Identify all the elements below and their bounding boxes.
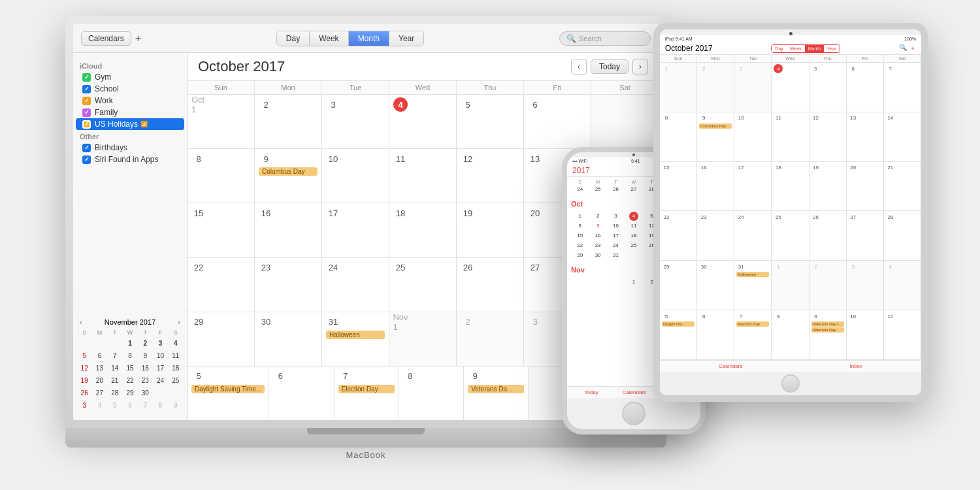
mini-day[interactable]: 14 <box>109 362 121 374</box>
mini-day[interactable]: 12 <box>78 362 90 374</box>
tablet-cell[interactable]: 4 <box>884 261 921 310</box>
year-view-button[interactable]: Year <box>389 31 423 46</box>
phone-year[interactable]: 2017 <box>572 166 590 175</box>
mini-day[interactable]: 6 <box>93 350 105 361</box>
calendar-cell[interactable]: 19 <box>457 203 524 257</box>
tablet-cell[interactable]: 29 <box>660 261 697 310</box>
tablet-calendars-button[interactable]: Calendars <box>719 363 742 369</box>
day-view-button[interactable]: Day <box>277 31 310 46</box>
tablet-cell[interactable]: 15 <box>660 162 697 211</box>
tablet-cell[interactable]: 3 <box>734 63 772 112</box>
calendar-cell[interactable]: 5 Daylight Saving Time... <box>188 367 269 420</box>
mini-cal-prev[interactable]: ‹ <box>80 318 82 326</box>
calendar-cell[interactable]: 26 <box>457 258 524 312</box>
phone-today-button[interactable]: Today <box>584 389 598 395</box>
calendar-cell[interactable]: 9 Veterans Da... <box>464 367 529 420</box>
tablet-cell[interactable]: 9 Veterans Day L... Veterans Day <box>809 310 847 359</box>
tablet-cell[interactable]: 24 <box>734 211 772 260</box>
mini-day[interactable]: 2 <box>139 337 151 349</box>
tablet-cell[interactable]: 6 <box>847 63 884 112</box>
tablet-cell[interactable]: 13 <box>847 112 884 161</box>
calendar-cell[interactable]: 6 <box>524 95 591 148</box>
tablet-event-election[interactable]: Election Day <box>736 321 769 327</box>
phone-day[interactable]: 24 <box>576 185 585 194</box>
calendar-cell[interactable]: 9 Columbus Day <box>255 149 322 203</box>
phone-day[interactable]: 30 <box>593 251 602 260</box>
tablet-day-button[interactable]: Day <box>772 45 786 52</box>
family-checkbox[interactable]: ✓ <box>82 108 91 117</box>
mini-day[interactable]: 19 <box>78 374 90 386</box>
tablet-month-button[interactable]: Month <box>805 45 824 52</box>
calendar-next-button[interactable]: › <box>632 59 648 74</box>
mini-day[interactable] <box>93 337 105 349</box>
phone-day[interactable]: 1 <box>629 278 638 287</box>
mini-day[interactable]: 4 <box>93 399 105 411</box>
event-daylight-saving[interactable]: Daylight Saving Time... <box>191 385 265 393</box>
mini-day[interactable]: 18 <box>170 362 182 374</box>
calendar-cell[interactable]: 7 Election Day <box>335 367 399 420</box>
calendar-cell[interactable]: 2 <box>255 95 322 148</box>
phone-day[interactable]: 17 <box>612 231 621 240</box>
tablet-cell[interactable]: 10 <box>847 310 884 359</box>
tablet-cell[interactable]: 23 <box>697 211 734 260</box>
mini-day[interactable]: 29 <box>124 387 136 399</box>
event-veterans-day[interactable]: Veterans Da... <box>468 385 524 393</box>
sidebar-item-us-holidays[interactable]: ✓ US Holidays 📶 <box>76 118 184 130</box>
mini-day[interactable]: 17 <box>155 362 167 374</box>
calendar-cell[interactable]: 3 <box>322 95 389 148</box>
tablet-cell[interactable]: 19 <box>809 162 847 211</box>
calendars-button[interactable]: Calendars <box>81 31 131 46</box>
sidebar-item-school[interactable]: ✓ School <box>76 83 184 95</box>
mini-day[interactable] <box>170 387 182 399</box>
phone-day[interactable]: 2 <box>593 212 602 221</box>
tablet-cell[interactable]: 20 <box>847 162 884 211</box>
calendar-cell[interactable]: 22 <box>188 258 255 312</box>
phone-day[interactable] <box>629 251 638 260</box>
event-halloween[interactable]: Halloween <box>326 331 385 339</box>
tablet-inbox-button[interactable]: Inbox <box>849 363 862 369</box>
calendar-cell[interactable]: 12 <box>457 149 524 203</box>
tablet-cell[interactable]: 7 Election Day <box>734 310 772 359</box>
phone-day[interactable]: 25 <box>593 185 602 194</box>
tablet-cell[interactable]: 3 <box>847 261 884 310</box>
mini-day[interactable]: 9 <box>139 350 151 361</box>
calendar-cell[interactable]: 30 <box>255 312 322 366</box>
sidebar-item-gym[interactable]: ✓ Gym <box>76 71 184 83</box>
tablet-cell[interactable]: 14 <box>884 112 921 161</box>
tablet-cell[interactable]: 30 <box>697 261 734 310</box>
mini-day[interactable]: 3 <box>155 337 167 349</box>
tablet-cell[interactable]: 2 <box>697 63 734 112</box>
today-button[interactable]: Today <box>591 59 629 74</box>
tablet-event-dst[interactable]: Daylight Savi... <box>662 321 694 327</box>
tablet-cell[interactable]: 8 <box>772 310 809 359</box>
tablet-add-icon[interactable]: ＋ <box>909 44 916 53</box>
mini-day[interactable]: 23 <box>139 374 151 386</box>
gym-checkbox[interactable]: ✓ <box>82 73 91 82</box>
calendar-prev-button[interactable]: ‹ <box>571 59 587 74</box>
siri-checkbox[interactable]: ✓ <box>82 155 91 164</box>
mini-day[interactable]: 5 <box>78 350 90 361</box>
event-election-day[interactable]: Election Day <box>338 385 395 393</box>
calendar-cell[interactable]: 24 <box>322 258 389 312</box>
mini-day[interactable]: 28 <box>109 387 121 399</box>
tablet-week-button[interactable]: Week <box>787 45 805 52</box>
mini-day[interactable]: 16 <box>139 362 151 374</box>
calendar-cell[interactable]: 31 Halloween <box>322 312 389 366</box>
tablet-cell[interactable]: 17 <box>734 162 772 211</box>
sidebar-item-work[interactable]: ✓ Work <box>76 95 184 106</box>
phone-day[interactable]: 10 <box>612 221 621 231</box>
tablet-cell[interactable]: 5 Daylight Savi... <box>660 310 697 359</box>
work-checkbox[interactable]: ✓ <box>82 97 91 105</box>
tablet-cell[interactable]: 9 Columbus Day <box>697 112 734 161</box>
calendar-cell[interactable]: 11 <box>389 149 457 203</box>
tablet-cell[interactable]: 31 Halloween <box>734 261 772 310</box>
phone-day[interactable]: 29 <box>576 251 585 260</box>
phone-day[interactable] <box>576 278 585 287</box>
calendar-cell[interactable]: 15 <box>188 203 255 257</box>
mini-day[interactable]: 15 <box>124 362 136 374</box>
tablet-cell[interactable]: 27 <box>847 211 884 260</box>
event-columbus-day[interactable]: Columbus Day <box>259 167 318 176</box>
mini-day[interactable]: 9 <box>170 399 182 411</box>
phone-day[interactable]: 23 <box>593 241 602 250</box>
phone-day[interactable]: 31 <box>612 251 621 260</box>
